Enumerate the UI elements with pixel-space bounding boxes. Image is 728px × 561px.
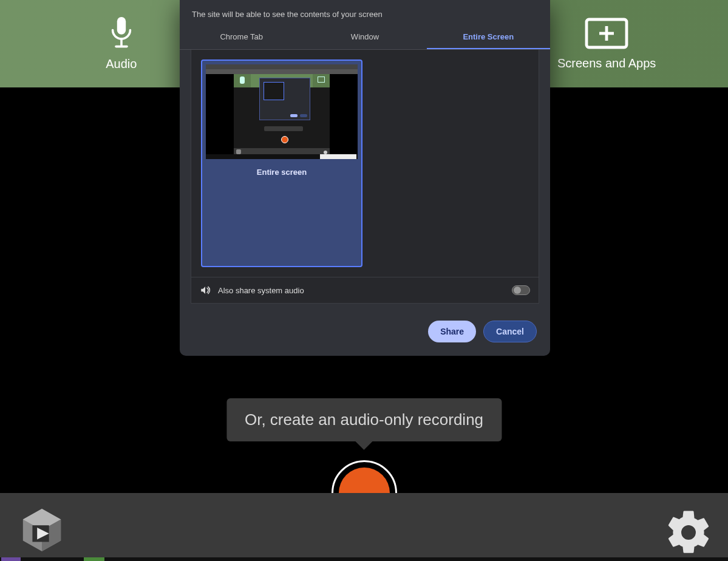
- toggle-knob: [514, 287, 521, 294]
- audio-only-tooltip: Or, create an audio-only recording: [226, 398, 502, 441]
- screens-apps-label: Screens and Apps: [557, 56, 656, 70]
- dialog-actions: Share Cancel: [180, 304, 550, 356]
- share-button[interactable]: Share: [428, 321, 476, 342]
- audio-option-label: Audio: [106, 57, 137, 71]
- taskbar-chip: [1, 557, 21, 561]
- bottom-bar: [0, 493, 728, 557]
- tab-chrome-tab[interactable]: Chrome Tab: [180, 25, 303, 49]
- share-content-panel: Entire screen Also share system audio: [191, 50, 539, 304]
- screen-preview-image: [206, 64, 358, 159]
- settings-button[interactable]: [664, 508, 713, 557]
- tab-window[interactable]: Window: [303, 25, 426, 49]
- app-logo-icon: [18, 506, 66, 554]
- cancel-button[interactable]: Cancel: [483, 321, 537, 342]
- svg-rect-0: [117, 17, 126, 35]
- os-taskbar: [0, 557, 728, 561]
- speaker-icon: [200, 285, 211, 296]
- screen-thumbnails: Entire screen: [191, 50, 539, 277]
- screen-add-icon: [585, 18, 628, 52]
- taskbar-chip: [84, 557, 104, 561]
- share-system-audio-row: Also share system audio: [191, 277, 539, 303]
- share-system-audio-toggle[interactable]: [512, 285, 530, 295]
- share-system-audio-label: Also share system audio: [218, 286, 505, 295]
- microphone-icon: [107, 17, 136, 52]
- thumbnail-caption: Entire screen: [202, 163, 361, 183]
- screen-thumbnail-entire[interactable]: Entire screen: [201, 59, 362, 267]
- dialog-subtitle: The site will be able to see the content…: [180, 0, 550, 25]
- share-screen-dialog: The site will be able to see the content…: [180, 0, 550, 356]
- share-tabs: Chrome Tab Window Entire Screen: [180, 25, 550, 50]
- tab-entire-screen[interactable]: Entire Screen: [427, 25, 550, 49]
